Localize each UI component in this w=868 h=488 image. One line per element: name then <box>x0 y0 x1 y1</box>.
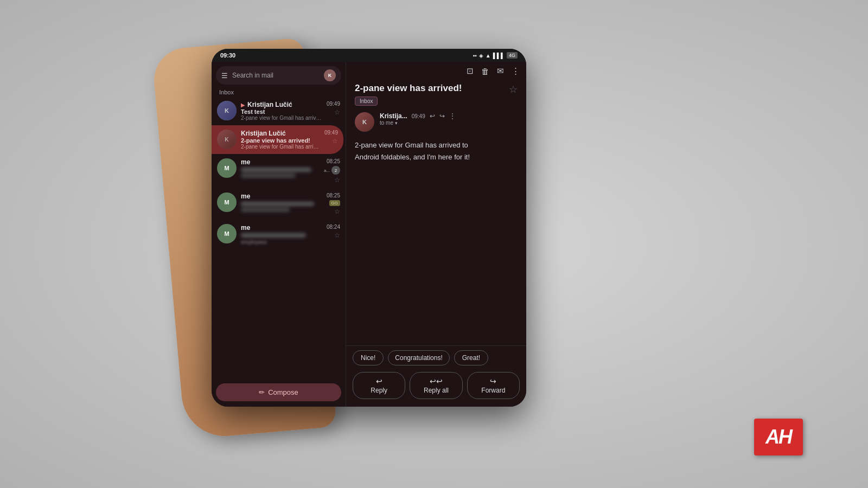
star-icon[interactable]: ☆ <box>332 137 338 145</box>
more-sender-icon[interactable]: ⋮ <box>449 112 456 120</box>
status-bar: 09:30 ▪▪◈▲▌▌▌4G <box>212 49 526 62</box>
action-buttons: ↩ Reply ↩↩ Reply all ↪ Forward <box>346 369 526 407</box>
email-subject: Test test <box>241 108 322 115</box>
inbox-badge[interactable]: Inbox <box>355 97 378 106</box>
sender-row: K Kristija... 09:49 ↩ ↪ ⋮ to me ▾ <box>346 109 526 135</box>
sender-time: 09:49 <box>412 113 425 119</box>
sender-name: Kristijan Lučić <box>247 101 292 108</box>
search-bar[interactable]: ☰ Search in mail K <box>216 66 341 85</box>
ah-logo-text: AH <box>765 426 792 448</box>
email-time: 08:25 <box>327 192 340 198</box>
email-time: 08:25 <box>327 158 340 164</box>
star-icon[interactable]: ☆ <box>334 208 340 215</box>
phone-device: 09:30 ▪▪◈▲▌▌▌4G ☰ Search in mail K Inbox <box>212 49 526 407</box>
sender-name: me <box>241 158 320 166</box>
quick-reply-nice[interactable]: Nice! <box>353 350 384 365</box>
compose-icon: ✏ <box>259 388 265 396</box>
email-item-4[interactable]: M me 08:25 GG ☆ <box>212 188 346 220</box>
email-content: me employees <box>241 224 322 245</box>
avatar: K <box>217 130 237 149</box>
email-meta: 08:24 ☆ <box>327 224 340 239</box>
email-item-5[interactable]: M me employees 08:24 ☆ <box>212 220 346 249</box>
email-subject: 2-pane view has arrived! <box>241 137 320 144</box>
status-time: 09:30 <box>220 52 235 59</box>
email-item-1[interactable]: K ▶ Kristijan Lučić Test test 2-pane vie… <box>212 97 346 125</box>
compose-button[interactable]: ✏ Compose <box>216 383 341 401</box>
reply-icon[interactable]: ↩ <box>430 112 435 120</box>
sender-avatar: K <box>355 112 374 132</box>
forward-label: Forward <box>481 387 505 394</box>
email-content: me <box>241 192 322 214</box>
reply-label: Reply <box>371 387 387 394</box>
quick-reply-great[interactable]: Great! <box>454 350 488 365</box>
chevron-down-icon[interactable]: ▾ <box>395 120 398 126</box>
sender-name: Kristijan Lučić <box>241 130 320 137</box>
sender-name: Kristija... <box>380 112 407 120</box>
quick-replies: Nice! Congratulations! Great! <box>346 345 526 369</box>
email-meta: 09:49 ☆ <box>324 130 338 145</box>
reply-button[interactable]: ↩ Reply <box>353 372 405 399</box>
email-preview: employees <box>241 239 322 245</box>
email-content: me <box>241 158 320 179</box>
avatar: M <box>217 192 237 212</box>
right-pane: ⊡ 🗑 ✉ ⋮ 2-pane view has arrived! Inbox ☆ <box>346 62 526 407</box>
email-detail-title: 2-pane view has arrived! <box>355 82 462 94</box>
compose-label: Compose <box>268 388 298 396</box>
inbox-label: Inbox <box>212 87 346 97</box>
email-meta: 08:25 GG ☆ <box>327 192 340 215</box>
email-list: K ▶ Kristijan Lučić Test test 2-pane vie… <box>212 97 346 380</box>
sender-name: me <box>241 224 322 232</box>
email-body: 2-pane view for Gmail has arrived to And… <box>346 135 526 345</box>
hamburger-icon: ☰ <box>221 72 228 80</box>
reply-all-label: Reply all <box>424 387 449 394</box>
email-time: 08:24 <box>327 224 340 230</box>
delete-icon[interactable]: 🗑 <box>481 67 489 76</box>
email-item-3[interactable]: M me 08:25 a... 2 <box>212 154 346 188</box>
email-time: 09:49 <box>324 130 338 136</box>
star-icon[interactable]: ☆ <box>334 176 340 184</box>
quick-reply-congratulations[interactable]: Congratulations! <box>388 350 449 365</box>
email-content: ▶ Kristijan Lučić Test test 2-pane view … <box>241 101 322 121</box>
star-icon[interactable]: ☆ <box>334 108 340 116</box>
sender-info: Kristija... 09:49 ↩ ↪ ⋮ to me ▾ <box>380 112 518 126</box>
status-icons: ▪▪◈▲▌▌▌4G <box>473 52 518 59</box>
search-input[interactable]: Search in mail <box>232 72 320 79</box>
sender-name: me <box>241 192 322 200</box>
avatar: K <box>217 101 237 120</box>
left-pane: ☰ Search in mail K Inbox K <box>212 62 346 407</box>
email-detail-header: 2-pane view has arrived! Inbox ☆ <box>346 80 526 109</box>
email-meta: 08:25 a... 2 ☆ <box>324 158 340 184</box>
bold-indicator: ▶ <box>241 102 245 108</box>
avatar: M <box>217 158 237 178</box>
email-time: 09:49 <box>327 101 340 107</box>
star-detail-icon[interactable]: ☆ <box>509 84 518 95</box>
forward-button[interactable]: ↪ Forward <box>467 372 520 399</box>
email-item-2[interactable]: K Kristijan Lučić 2-pane view has arrive… <box>212 125 343 154</box>
email-preview: 2-pane view for Gmail has arrive... <box>241 115 322 121</box>
email-body-text: 2-pane view for Gmail has arrived to And… <box>355 139 518 163</box>
detail-toolbar: ⊡ 🗑 ✉ ⋮ <box>346 62 526 80</box>
forward-icon: ↪ <box>490 377 496 386</box>
to-me-text: to me <box>380 120 393 126</box>
forward-icon[interactable]: ↪ <box>439 112 445 120</box>
reply-all-button[interactable]: ↩↩ Reply all <box>410 372 462 399</box>
ah-logo: AH <box>754 419 803 455</box>
archive-icon[interactable]: ⊡ <box>467 66 474 76</box>
to-me-row[interactable]: to me ▾ <box>380 120 518 126</box>
avatar-small[interactable]: K <box>324 69 336 81</box>
email-icon[interactable]: ✉ <box>497 66 504 76</box>
email-preview: 2-pane view for Gmail has arrive... <box>241 144 320 150</box>
avatar: M <box>217 224 237 243</box>
email-content: Kristijan Lučić 2-pane view has arrived!… <box>241 130 320 150</box>
star-icon[interactable]: ☆ <box>334 232 340 239</box>
reply-icon: ↩ <box>376 377 382 386</box>
reply-all-icon: ↩↩ <box>430 377 443 386</box>
more-icon[interactable]: ⋮ <box>512 66 520 76</box>
email-meta: 09:49 ☆ <box>327 101 340 116</box>
